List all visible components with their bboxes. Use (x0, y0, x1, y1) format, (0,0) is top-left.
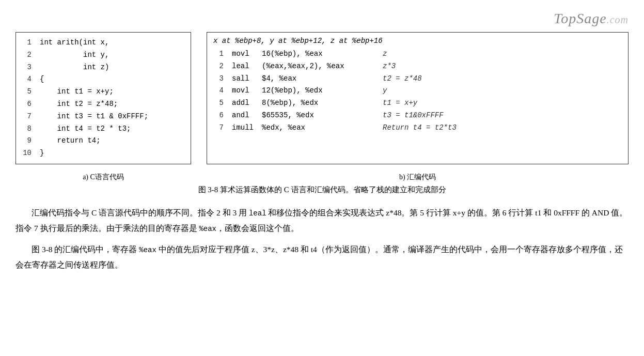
c-label: a) C语言代码 (15, 173, 191, 182)
c-code-box: 1int arith(int x,2 int y,3 int z)4{5 int… (15, 32, 191, 164)
asm-operand: 16(%ebp), %eax (260, 48, 379, 60)
line-num: 10 (22, 147, 32, 160)
figure-labels: a) C语言代码 b) 汇编代码 (15, 173, 629, 182)
asm-comment: z (379, 48, 387, 60)
asm-operand: 8(%ebp), %edx (260, 97, 379, 110)
asm-line: 5addl8(%ebp), %edxt1 = x+y (213, 97, 622, 110)
asm-operand: 12(%ebp), %edx (260, 85, 379, 97)
asm-line: 4movl12(%ebp), %edxy (213, 85, 622, 97)
asm-num: 5 (213, 97, 224, 110)
asm-instr: addl (224, 97, 260, 110)
asm-comment: t1 = x+y (379, 97, 417, 110)
asm-comment: y (379, 85, 387, 97)
asm-label: b) 汇编代码 (207, 173, 629, 182)
logo: TopSage.com (15, 10, 629, 27)
c-code-line: 9 return t4; (22, 135, 184, 147)
logo-text: TopSage (554, 10, 606, 26)
asm-operand: (%eax,%eax,2), %eax (260, 60, 379, 73)
line-num: 3 (22, 61, 32, 74)
c-code-line: 4{ (22, 73, 184, 86)
asm-num: 4 (213, 85, 224, 97)
code-content: int arith(int x, (40, 37, 109, 49)
c-code-line: 3 int z) (22, 61, 184, 74)
asm-box: x at %ebp+8, y at %ebp+12, z at %ebp+16 … (207, 32, 629, 164)
asm-instr: andl (224, 110, 260, 122)
c-code-line: 5 int t1 = x+y; (22, 86, 184, 98)
asm-line: 6andl$65535, %edxt3 = t1&0xFFFF (213, 110, 622, 122)
logo-com: .com (607, 14, 629, 25)
asm-comment: t2 = z*48 (379, 73, 422, 85)
line-num: 8 (22, 123, 32, 135)
line-num: 4 (22, 73, 32, 86)
line-num: 2 (22, 49, 32, 61)
line-num: 9 (22, 135, 32, 147)
figures-row: 1int arith(int x,2 int y,3 int z)4{5 int… (15, 32, 629, 164)
asm-line: 7imull%edx, %eaxReturn t4 = t2*t3 (213, 122, 622, 134)
asm-operand: $4, %eax (260, 73, 379, 85)
paragraph-1: 汇编代码指令与 C 语言源代码中的顺序不同。指令 2 和 3 用 leal 和移… (15, 205, 629, 236)
code-content: { (40, 73, 44, 86)
line-num: 1 (22, 37, 32, 49)
code-content: int t3 = t1 & 0xFFFF; (40, 111, 148, 123)
figure-caption: 图 3-8 算术运算函数体的 C 语言和汇编代码。省略了栈的建立和完成部分 (15, 185, 629, 195)
code-content: int t1 = x+y; (40, 86, 114, 98)
paragraph-2: 图 3-8 的汇编代码中，寄存器 %eax 中的值先后对应于程序值 z、3*z、… (15, 242, 629, 272)
c-code-line: 8 int t4 = t2 * t3; (22, 123, 184, 135)
code-content: } (40, 147, 44, 160)
asm-comment: z*3 (379, 60, 396, 73)
asm-instr: leal (224, 60, 260, 73)
code-content: return t4; (40, 135, 101, 147)
line-num: 7 (22, 111, 32, 123)
asm-num: 3 (213, 73, 224, 85)
asm-operand: %edx, %eax (260, 122, 379, 134)
asm-line: 2leal(%eax,%eax,2), %eaxz*3 (213, 60, 622, 73)
asm-num: 1 (213, 48, 224, 60)
asm-comment: t3 = t1&0xFFFF (379, 110, 444, 122)
asm-header: x at %ebp+8, y at %ebp+12, z at %ebp+16 (213, 37, 622, 45)
asm-instr: movl (224, 48, 260, 60)
asm-instr: movl (224, 85, 260, 97)
line-num: 6 (22, 98, 32, 111)
code-content: int y, (40, 49, 109, 61)
asm-instr: imull (224, 122, 260, 134)
c-code-line: 7 int t3 = t1 & 0xFFFF; (22, 111, 184, 123)
asm-line: 1movl16(%ebp), %eaxz (213, 48, 622, 60)
asm-num: 6 (213, 110, 224, 122)
code-content: int t2 = z*48; (40, 98, 118, 111)
asm-comment: Return t4 = t2*t3 (379, 122, 457, 134)
code-content: int t4 = t2 * t3; (40, 123, 131, 135)
c-code-line: 10} (22, 147, 184, 160)
c-code-line: 1int arith(int x, (22, 37, 184, 49)
c-code-line: 2 int y, (22, 49, 184, 61)
c-code-line: 6 int t2 = z*48; (22, 98, 184, 111)
asm-num: 7 (213, 122, 224, 134)
code-content: int z) (40, 61, 109, 74)
line-num: 5 (22, 86, 32, 98)
asm-num: 2 (213, 60, 224, 73)
asm-line: 3sall$4, %eaxt2 = z*48 (213, 73, 622, 85)
asm-operand: $65535, %edx (260, 110, 379, 122)
asm-instr: sall (224, 73, 260, 85)
